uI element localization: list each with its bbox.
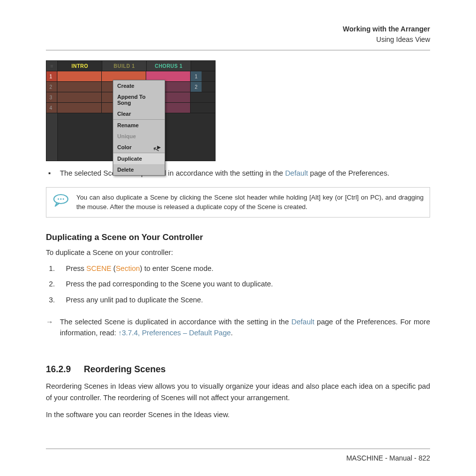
footer-divider bbox=[46, 449, 430, 449]
tip-text: You can also duplicate a Scene by clicki… bbox=[76, 193, 424, 212]
context-menu: Create Append To Song Clear Rename Uniqu… bbox=[113, 80, 165, 176]
scene-tab-intro[interactable]: INTRO bbox=[58, 61, 102, 71]
clip-cell[interactable] bbox=[57, 71, 102, 81]
body-text: Press bbox=[66, 264, 86, 272]
link-preferences-default[interactable]: ↑3.7.4, Preferences – Default Page bbox=[118, 329, 231, 337]
scene-tab-chorus1[interactable]: CHORUS 1 bbox=[147, 61, 191, 71]
body-text: Press any unlit pad to duplicate the Sce… bbox=[66, 295, 203, 306]
menu-color-label: Color bbox=[117, 144, 132, 150]
header-subtitle: Using Ideas View bbox=[46, 34, 430, 45]
menu-clear[interactable]: Clear bbox=[113, 108, 165, 119]
app-screenshot: ≡ INTRO BUILD 1 CHORUS 1 1 1 2 2 bbox=[46, 60, 216, 161]
side-num: 2 bbox=[191, 82, 202, 92]
step-number: 3. bbox=[46, 295, 55, 306]
body-text: ( bbox=[111, 264, 116, 272]
menu-duplicate[interactable]: Duplicate bbox=[113, 153, 165, 164]
clip-cell[interactable] bbox=[57, 82, 102, 92]
page-header: Working with the Arranger Using Ideas Vi… bbox=[46, 24, 430, 45]
result-arrow-icon: → bbox=[46, 317, 53, 339]
hw-label-section: Section bbox=[116, 264, 140, 272]
ideas-view: ≡ INTRO BUILD 1 CHORUS 1 1 1 2 2 bbox=[46, 60, 216, 161]
side-num: 1 bbox=[191, 71, 202, 81]
step-item: 3. Press any unlit pad to duplicate the … bbox=[46, 295, 430, 306]
heading-reordering-scenes: 16.2.9 Reordering Scenes bbox=[46, 364, 430, 375]
footer-text: MASCHINE - Manual - 822 bbox=[46, 454, 430, 462]
link-default[interactable]: Default bbox=[291, 318, 314, 326]
body-text: ) to enter Scene mode. bbox=[140, 264, 214, 272]
section-title: Reordering Scenes bbox=[84, 364, 166, 375]
heading-duplicating-controller: Duplicating a Scene on Your Controller bbox=[46, 233, 430, 242]
clip-cell[interactable] bbox=[57, 92, 102, 102]
body-text: page of the Preferences. bbox=[308, 169, 389, 177]
scene-tab-build1[interactable]: BUILD 1 bbox=[102, 61, 147, 71]
step-number: 2. bbox=[46, 279, 55, 290]
menu-rename[interactable]: Rename bbox=[113, 119, 165, 131]
header-title: Working with the Arranger bbox=[46, 24, 430, 34]
body-text: The selected Scene is duplicated in acco… bbox=[60, 318, 291, 326]
menu-unique: Unique bbox=[113, 131, 165, 142]
row-num: 3 bbox=[46, 92, 57, 102]
body-text: In the software you can reorder Scenes i… bbox=[46, 409, 430, 420]
step-item: 1. Press SCENE (Section) to enter Scene … bbox=[46, 263, 430, 274]
body-text: To duplicate a Scene on your controller: bbox=[46, 247, 430, 258]
body-text: Press the pad corresponding to the Scene… bbox=[66, 279, 273, 290]
hw-label-scene: SCENE bbox=[86, 264, 111, 272]
row-num: 4 bbox=[46, 103, 57, 113]
menu-append-to-song[interactable]: Append To Song bbox=[113, 91, 165, 108]
svg-point-2 bbox=[60, 198, 62, 200]
row-num: 2 bbox=[46, 82, 57, 92]
menu-create[interactable]: Create bbox=[113, 80, 165, 91]
link-default[interactable]: Default bbox=[285, 169, 308, 177]
svg-point-3 bbox=[63, 198, 64, 200]
row-num: 1 bbox=[46, 71, 57, 81]
bullet-item: ▪ The selected Scene is duplicated in ac… bbox=[46, 168, 430, 179]
step-number: 1. bbox=[46, 263, 55, 274]
header-divider bbox=[46, 50, 430, 50]
body-text: Reordering Scenes in Ideas view allows y… bbox=[46, 381, 430, 403]
clip-cell[interactable] bbox=[57, 103, 102, 113]
bullet-marker: ▪ bbox=[46, 168, 53, 179]
scene-header-row: ≡ INTRO BUILD 1 CHORUS 1 bbox=[46, 61, 215, 71]
svg-point-1 bbox=[58, 198, 59, 200]
result-item: → The selected Scene is duplicated in ac… bbox=[46, 317, 430, 339]
step-item: 2. Press the pad corresponding to the Sc… bbox=[46, 279, 430, 290]
tip-box: You can also duplicate a Scene by clicki… bbox=[46, 187, 430, 218]
speech-bubble-icon bbox=[52, 194, 69, 209]
body-text: The selected Scene is duplicated in acco… bbox=[60, 169, 285, 177]
menu-delete[interactable]: Delete bbox=[113, 164, 165, 175]
body-text: . bbox=[231, 329, 233, 337]
page-footer: MASCHINE - Manual - 822 bbox=[46, 445, 430, 462]
grip-icon: ≡ bbox=[46, 61, 58, 71]
section-number: 16.2.9 bbox=[46, 364, 71, 375]
